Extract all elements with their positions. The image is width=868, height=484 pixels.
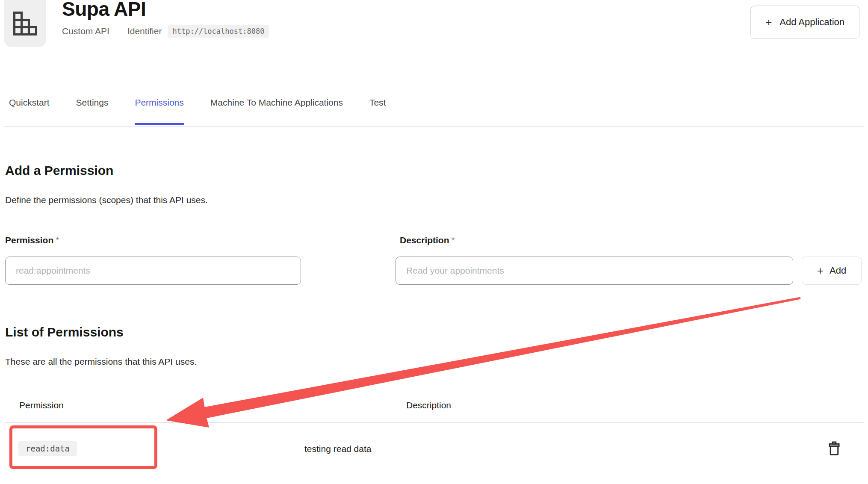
delete-permission-button[interactable] (825, 440, 843, 458)
tab-bar: Quickstart Settings Permissions Machine … (9, 97, 412, 125)
header-meta: Custom API Identifier http://localhost:8… (62, 25, 269, 38)
plus-icon: + (765, 17, 772, 28)
add-application-label: Add Application (779, 17, 844, 28)
description-input[interactable] (396, 257, 793, 285)
tab-quickstart[interactable]: Quickstart (9, 97, 50, 125)
plus-icon: + (817, 265, 824, 276)
description-label-text: Description (400, 235, 449, 245)
blocks-stairs-icon (13, 11, 37, 38)
column-header-permission: Permission (19, 400, 64, 410)
permission-input[interactable] (5, 257, 301, 285)
add-permission-title: Add a Permission (5, 163, 113, 178)
add-permission-description: Define the permissions (scopes) that thi… (5, 195, 208, 205)
tab-test[interactable]: Test (369, 97, 386, 125)
identifier-value-chip: http://localhost:8080 (168, 25, 269, 38)
permission-label-text: Permission (5, 235, 53, 245)
tab-permissions[interactable]: Permissions (135, 97, 183, 125)
page-title: Supa API (62, 0, 146, 21)
api-logo (4, 0, 46, 47)
permission-description-value: testing read data (304, 444, 371, 454)
api-type-label: Custom API (62, 26, 109, 36)
required-asterisk: * (56, 235, 59, 245)
add-application-button[interactable]: + Add Application (750, 6, 859, 39)
trash-icon (828, 441, 841, 457)
table-row-divider (5, 477, 863, 477)
api-detail-page: Supa API Custom API Identifier http://lo… (0, 0, 868, 484)
add-button-label: Add (830, 265, 846, 276)
tab-settings[interactable]: Settings (76, 97, 109, 125)
permission-list-title: List of Permissions (5, 325, 124, 339)
table-header-divider (5, 422, 863, 423)
tab-machine-to-machine-applications[interactable]: Machine To Machine Applications (210, 97, 343, 125)
required-asterisk: * (452, 235, 455, 245)
permission-value-chip: read:data (18, 441, 77, 456)
identifier-group: Identifier http://localhost:8080 (127, 25, 269, 38)
tabbar-divider (4, 126, 864, 127)
description-field-label: Description* (400, 235, 455, 245)
annotation-arrow (166, 297, 801, 428)
add-permission-button[interactable]: + Add (802, 257, 862, 285)
permission-list-description: These are all the permissions that this … (5, 357, 197, 367)
permission-field-label: Permission* (5, 235, 59, 245)
column-header-description: Description (406, 400, 451, 410)
identifier-label: Identifier (127, 26, 162, 36)
